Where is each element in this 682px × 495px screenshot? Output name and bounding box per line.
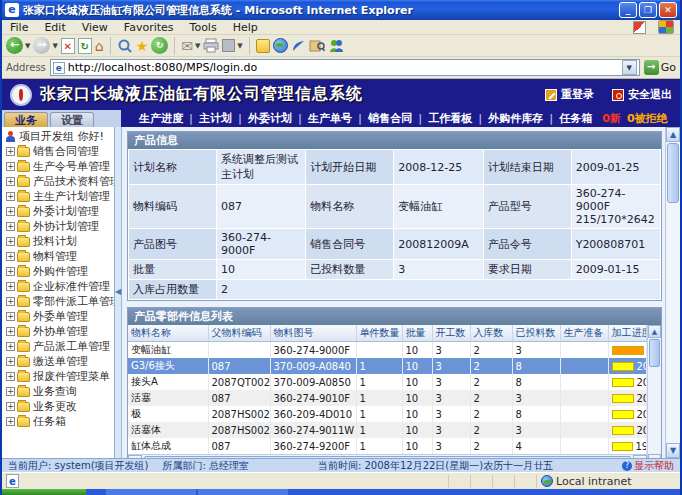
browser-globe-icon[interactable]	[273, 38, 288, 53]
tree-item-0[interactable]: +销售合同管理	[4, 144, 114, 159]
nav-link-4[interactable]: 销售合同	[364, 111, 416, 126]
menu-item-favorites[interactable]: Favorites	[122, 21, 176, 34]
tree-item-8[interactable]: +外购件管理	[4, 264, 114, 279]
menu-item-file[interactable]: File	[8, 21, 30, 34]
expand-icon[interactable]: +	[6, 282, 15, 291]
expand-icon[interactable]: +	[6, 402, 15, 411]
col-header[interactable]: 生产准备	[560, 325, 608, 342]
menu-item-help[interactable]: Help	[231, 21, 260, 34]
parts-row-5[interactable]: 活塞体2087HS002360-274-9011W11032320 %	[128, 422, 647, 438]
collapse-arrow-icon[interactable]: ◀	[115, 287, 121, 296]
tree-item-2[interactable]: +产品技术资料管理	[4, 174, 114, 189]
parts-row-4[interactable]: 极2087HS002360-209-4D01011032820 %	[128, 406, 647, 422]
expand-icon[interactable]: +	[6, 237, 15, 246]
col-header[interactable]: 父物料编码	[208, 325, 270, 342]
tree-user-node[interactable]: 项目开发组 你好!	[4, 129, 114, 144]
discuss-icon[interactable]	[256, 39, 270, 53]
expand-icon[interactable]: +	[6, 327, 15, 336]
expand-icon[interactable]: +	[6, 192, 15, 201]
address-input[interactable]: e http://localhost:8080/MPS/login.do ▼	[50, 59, 640, 76]
tree-item-7[interactable]: +物料管理	[4, 249, 114, 264]
tree-item-15[interactable]: +报废件管理菜单	[4, 369, 114, 384]
parts-row-2[interactable]: 接头A2087QT002370-009-A085011032820 %	[128, 374, 647, 390]
col-header[interactable]: 单件数量	[356, 325, 402, 342]
taskbar-button[interactable]	[106, 489, 196, 495]
nav-link-7[interactable]: 任务箱	[555, 111, 596, 126]
tab-设置[interactable]: 设置	[50, 112, 94, 127]
parts-row-6[interactable]: 缸体总成087360-274-9200F11032419 %	[128, 438, 647, 454]
tree-item-17[interactable]: +业务更改	[4, 399, 114, 414]
address-dropdown-icon[interactable]: ▼	[622, 60, 637, 75]
parts-hscrollbar[interactable]: ◀ ▶	[128, 454, 647, 458]
tree-item-16[interactable]: +业务查询	[4, 384, 114, 399]
tree-item-13[interactable]: +产品派工单管理	[4, 339, 114, 354]
close-button[interactable]: ✕	[659, 2, 677, 18]
menu-item-view[interactable]: View	[80, 21, 110, 34]
expand-icon[interactable]: +	[6, 267, 15, 276]
nav-link-1[interactable]: 主计划	[195, 111, 236, 126]
col-header[interactable]: 开工数	[432, 325, 470, 342]
tree-item-5[interactable]: +外协计划管理	[4, 219, 114, 234]
search-icon[interactable]	[117, 38, 133, 54]
go-button[interactable]: → Go	[644, 60, 676, 75]
logout-button[interactable]: 安全退出	[612, 87, 672, 102]
taskbar-button[interactable]	[198, 489, 288, 495]
back-dropdown-icon[interactable]: ▼	[25, 42, 30, 50]
refresh-icon[interactable]: ↻	[78, 38, 92, 54]
print-icon[interactable]	[203, 38, 219, 53]
parts-vscrollbar[interactable]: ▲ ▼	[647, 325, 661, 458]
tree-item-3[interactable]: +主生产计划管理	[4, 189, 114, 204]
home-icon[interactable]: ⌂	[95, 38, 104, 54]
expand-icon[interactable]: +	[6, 147, 15, 156]
expand-icon[interactable]: +	[6, 222, 15, 231]
mail-dropdown-icon[interactable]: ▼	[195, 42, 200, 50]
menu-item-edit[interactable]: Edit	[42, 21, 67, 34]
sidebar-splitter[interactable]: ◀	[115, 127, 122, 458]
mail-icon[interactable]: ✉	[181, 38, 193, 54]
main-scrollbar[interactable]: ▲ ▼	[665, 127, 680, 458]
tree-item-12[interactable]: +外协单管理	[4, 324, 114, 339]
research-icon[interactable]	[309, 38, 325, 53]
col-header[interactable]: 已投料数	[512, 325, 560, 342]
start-button[interactable]	[2, 489, 86, 495]
tree-item-10[interactable]: +零部件派工单管理	[4, 294, 114, 309]
parts-row-0[interactable]: 变幅油缸360-274-9000F1032329 %	[128, 342, 647, 359]
maximize-button[interactable]: ❐	[639, 2, 657, 18]
expand-icon[interactable]: +	[6, 342, 15, 351]
show-help-link[interactable]: ? 显示帮助	[622, 459, 674, 473]
relogin-button[interactable]: 重登录	[545, 87, 594, 102]
messenger-icon[interactable]	[328, 38, 344, 53]
tree-item-6[interactable]: +投料计划	[4, 234, 114, 249]
expand-icon[interactable]: +	[6, 177, 15, 186]
main-scroll-up-icon[interactable]: ▲	[666, 127, 680, 142]
expand-icon[interactable]: +	[6, 417, 15, 426]
col-header[interactable]: 物料名称	[128, 325, 208, 342]
nav-link-5[interactable]: 工作看板	[424, 111, 476, 126]
col-header[interactable]: 入库数	[470, 325, 512, 342]
tab-业务[interactable]: 业务	[4, 112, 48, 127]
expand-icon[interactable]: +	[6, 387, 15, 396]
parts-row-3[interactable]: 活塞087360-274-9010F11032320 %	[128, 390, 647, 406]
tree-item-1[interactable]: +生产令号单管理	[4, 159, 114, 174]
col-header[interactable]: 批量	[402, 325, 432, 342]
forward-icon[interactable]: →	[33, 37, 50, 54]
edit-icon[interactable]	[222, 39, 235, 52]
menu-item-tools[interactable]: Tools	[188, 21, 219, 34]
tree-item-9[interactable]: +企业标准件管理	[4, 279, 114, 294]
col-header[interactable]: 加工进度	[608, 325, 647, 342]
tree-item-14[interactable]: +缴送单管理	[4, 354, 114, 369]
expand-icon[interactable]: +	[6, 162, 15, 171]
nav-link-2[interactable]: 外委计划	[244, 111, 296, 126]
tree-item-11[interactable]: +外委单管理	[4, 309, 114, 324]
tree-item-4[interactable]: +外委计划管理	[4, 204, 114, 219]
expand-icon[interactable]: +	[6, 252, 15, 261]
parts-row-1[interactable]: G3/6接头087370-009-A084011032820 %	[128, 358, 647, 374]
nav-link-6[interactable]: 外购件库存	[484, 111, 547, 126]
history-icon[interactable]: ↻	[151, 37, 168, 54]
forward-dropdown-icon[interactable]: ▼	[52, 42, 57, 50]
expand-icon[interactable]: +	[6, 207, 15, 216]
expand-icon[interactable]: +	[6, 372, 15, 381]
col-header[interactable]: 物料图号	[270, 325, 356, 342]
favorites-icon[interactable]: ★	[136, 38, 149, 54]
expand-icon[interactable]: +	[6, 297, 15, 306]
